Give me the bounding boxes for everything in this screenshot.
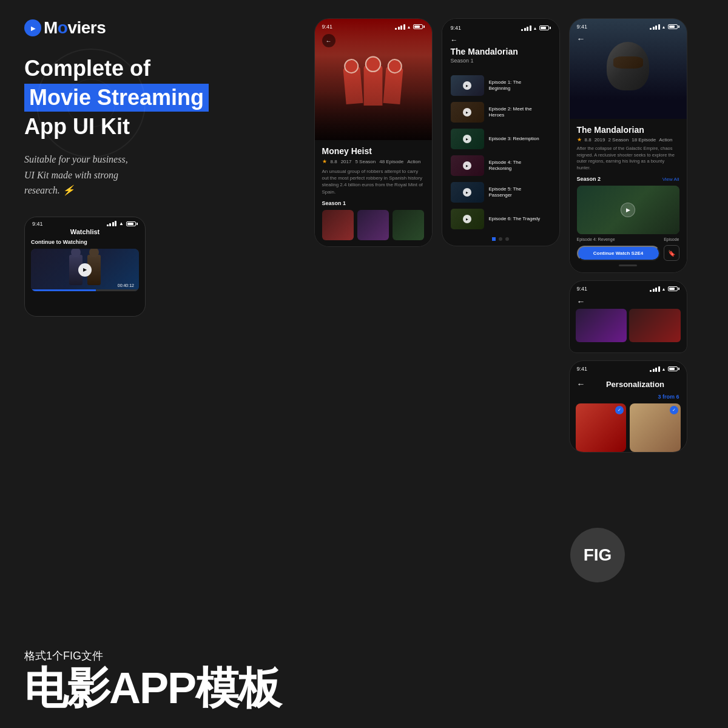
ep-thumb-6: ▶	[451, 209, 484, 229]
watch-time: 00:40:12	[118, 283, 134, 288]
pers-status-bar: 9:41 ▲	[570, 361, 687, 377]
ep-text-5: Episode 5: ThePassenger	[489, 186, 522, 199]
logo-text: Moviers	[44, 18, 106, 38]
ep-text-4: Episode 4: TheReckoning	[489, 160, 522, 172]
mh-meta: ★ 8.8 2017 5 Season 48 Episode Action	[322, 158, 425, 164]
mand-status-bar: 9:41 ▲	[570, 19, 687, 35]
mh-seasons: 5 Season	[355, 159, 376, 164]
money-heist-phone: 9:41 ▲ ← Money Heist ★	[314, 18, 433, 247]
ep-play-3[interactable]: ▶	[463, 135, 471, 143]
watch-play-btn[interactable]: ▶	[78, 263, 92, 277]
watchlist-phone: 9:41 ▲ Watchlist Continue to Watching	[24, 217, 146, 317]
pers-thumb-2: ✓	[630, 403, 681, 452]
mh-episodes: 48 Episode	[379, 159, 403, 164]
watchlist-status-bar: 9:41 ▲	[25, 217, 145, 228]
mh-back-button[interactable]: ←	[322, 34, 335, 47]
partial-phone-back[interactable]: ←	[570, 297, 687, 309]
continue-watch-button[interactable]: Continue Watch S2E4	[577, 246, 660, 261]
format-text: 格式1个FIG文件	[24, 649, 704, 663]
ep-play-6[interactable]: ▶	[463, 215, 471, 223]
ep-header: 9:41 ▲ ← The Mandalorian Season 1	[442, 19, 559, 72]
ep-thumb-4: ▶	[451, 155, 484, 176]
ep-text-2: Episode 2: Meet theHeroes	[489, 106, 532, 119]
continue-watching-label: Continue to Watching	[25, 239, 145, 249]
mand-season-header: Season 2 View All	[577, 176, 679, 182]
watchlist-title: Watchlist	[25, 228, 145, 239]
mh-genre: Action	[407, 159, 420, 164]
bottom-section: 格式1个FIG文件 电影APP模板	[0, 636, 728, 728]
pers-title: Personalization	[592, 380, 679, 389]
ep-play-2[interactable]: ▶	[463, 108, 471, 116]
mh-status-bar: 9:41 ▲	[315, 19, 432, 35]
decorative-circle-inner	[67, 79, 115, 127]
mh-season-thumb-2	[357, 210, 389, 240]
mh-time: 9:41	[322, 24, 333, 30]
ep-text-6: Episode 6: The Tragedy	[489, 216, 541, 222]
mand-episodes: 18 Episode	[632, 137, 656, 143]
mand-helmet	[607, 42, 649, 90]
pers-back-button[interactable]: ←	[577, 379, 585, 389]
subtitle: Suitable for your business,UI Kit made w…	[24, 152, 279, 198]
pers-grid: ✓ ✓	[570, 403, 687, 452]
mh-season-label: Season 1	[322, 200, 425, 206]
pers-check-2: ✓	[670, 406, 678, 414]
ep-status-bar: 9:41 ▲	[451, 25, 551, 31]
right-column: 9:41 ▲ ← The Mandalorian ★ 8.8 201	[569, 18, 687, 453]
mand-rating: 8.8	[585, 137, 592, 143]
mand-season-thumbnail: ▶	[577, 186, 679, 234]
ep-text-3: Episode 3: Redemption	[489, 136, 539, 142]
ep-thumb-5: ▶	[451, 182, 484, 203]
mand-seasons: 2 Season	[608, 137, 629, 143]
pers-thumb-1: ✓	[576, 403, 627, 452]
mh-star-icon: ★	[322, 158, 327, 164]
phones-container: 9:41 ▲ ← Money Heist ★	[297, 18, 704, 453]
mand-year: 2019	[595, 137, 605, 143]
logo: Moviers	[24, 18, 279, 38]
watch-thumbnail: ▶ 00:40:12	[31, 249, 139, 291]
episode-item-3: ▶ Episode 3: Redemption	[442, 126, 559, 152]
ep-title: The Mandalorian	[451, 47, 551, 56]
watchlist-time: 9:41	[32, 221, 43, 227]
mand-season-play-btn[interactable]: ▶	[621, 203, 635, 217]
continue-watch-row: Continue Watch S2E4 🔖	[577, 245, 679, 261]
ep-season-label: Season 1	[451, 58, 551, 64]
fig-badge: FIG	[570, 528, 625, 582]
mh-season-thumb-3	[393, 210, 424, 240]
mand-ep-label-left: Episode 4: Revenge	[577, 237, 615, 241]
mand-hero-image: 9:41 ▲ ←	[570, 19, 687, 119]
ep-time: 9:41	[451, 25, 462, 31]
partial-thumb-1	[576, 309, 627, 342]
mand-back-button[interactable]: ←	[577, 34, 585, 44]
mh-rating: 8.8	[331, 159, 337, 164]
episode-item-5: ▶ Episode 5: ThePassenger	[442, 179, 559, 206]
mand-ep-label-right: Episode	[664, 237, 679, 241]
partial-phone-grid	[570, 309, 687, 342]
watch-progress	[31, 289, 139, 291]
mh-title: Money Heist	[322, 146, 425, 156]
pers-header: ← Personalization	[570, 377, 687, 394]
pers-time: 9:41	[577, 366, 588, 372]
mand-star-icon: ★	[577, 136, 582, 143]
mand-season-label: Season 2	[577, 176, 601, 182]
partial-phone-time: 9:41	[577, 286, 588, 292]
ep-play-5[interactable]: ▶	[463, 188, 471, 197]
mand-time: 9:41	[577, 24, 588, 30]
mand-title: The Mandalorian	[577, 125, 679, 135]
partial-phone-status: 9:41 ▲	[570, 281, 687, 297]
episodes-phone: 9:41 ▲ ← The Mandalorian Season 1 ▶ Ep	[442, 18, 560, 246]
ep-back-button[interactable]: ←	[451, 36, 551, 44]
mh-info: Money Heist ★ 8.8 2017 5 Season 48 Episo…	[315, 140, 432, 246]
ep-thumb-2: ▶	[451, 102, 484, 123]
episode-item-6: ▶ Episode 6: The Tragedy	[442, 206, 559, 232]
ep-play-4[interactable]: ▶	[463, 161, 471, 170]
main-title: 电影APP模板	[24, 666, 704, 710]
episode-item-4: ▶ Episode 4: TheReckoning	[442, 152, 559, 179]
mand-view-all[interactable]: View All	[662, 177, 679, 182]
ep-play-1[interactable]: ▶	[463, 81, 471, 90]
bookmark-button[interactable]: 🔖	[664, 245, 679, 261]
ep-text-1: Episode 1: TheBeginning	[489, 79, 522, 92]
episode-item-1: ▶ Episode 1: TheBeginning	[442, 72, 559, 99]
ep-thumb-1: ▶	[451, 75, 484, 96]
partial-thumb-2	[629, 309, 681, 342]
partial-phone: 9:41 ▲ ←	[569, 280, 687, 353]
